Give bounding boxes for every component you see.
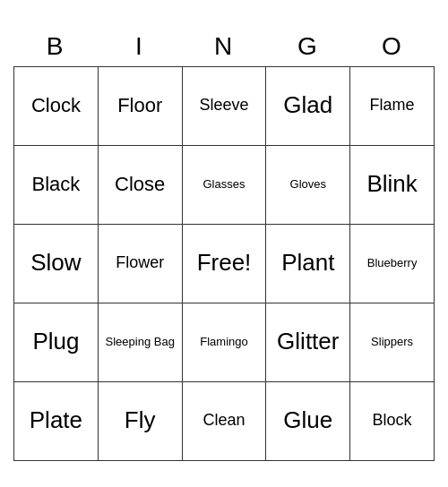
bingo-cell-r2-c3: Plant xyxy=(266,225,350,303)
bingo-grid: ClockFloorSleeveGladFlameBlackCloseGlass… xyxy=(13,66,435,461)
bingo-cell-text-r0-c2: Sleeve xyxy=(199,96,248,115)
bingo-cell-r3-c1: Sleeping Bag xyxy=(99,303,183,382)
bingo-cell-r0-c4: Flame xyxy=(350,67,435,146)
bingo-cell-text-r2-c2: Free! xyxy=(197,249,252,277)
bingo-card: BINGO ClockFloorSleeveGladFlameBlackClos… xyxy=(13,27,435,461)
bingo-cell-r4-c1: Fly xyxy=(99,382,183,461)
bingo-cell-text-r1-c3: Gloves xyxy=(290,177,326,192)
bingo-cell-text-r3-c1: Sleeping Bag xyxy=(106,335,175,349)
bingo-cell-text-r4-c4: Block xyxy=(373,411,412,431)
bingo-cell-r3-c2: Flamingo xyxy=(183,303,267,382)
bingo-cell-text-r2-c4: Blueberry xyxy=(367,256,418,270)
header-letter-i: I xyxy=(98,27,182,66)
bingo-cell-r1-c3: Gloves xyxy=(266,146,350,225)
bingo-cell-r2-c2: Free! xyxy=(183,225,267,303)
bingo-cell-text-r4-c3: Glue xyxy=(283,406,332,434)
bingo-cell-text-r1-c1: Close xyxy=(115,173,165,196)
bingo-cell-text-r2-c3: Plant xyxy=(281,249,334,277)
bingo-cell-r3-c3: Glitter xyxy=(266,303,350,382)
bingo-cell-text-r0-c3: Glad xyxy=(283,91,332,119)
bingo-cell-text-r0-c0: Clock xyxy=(31,94,81,117)
bingo-cell-text-r1-c4: Blink xyxy=(366,170,417,198)
bingo-cell-r2-c4: Blueberry xyxy=(350,225,435,303)
bingo-cell-text-r0-c4: Flame xyxy=(370,96,415,115)
bingo-cell-text-r4-c1: Fly xyxy=(125,406,156,434)
bingo-cell-text-r3-c3: Glitter xyxy=(277,328,339,355)
bingo-cell-text-r1-c0: Black xyxy=(32,173,81,196)
bingo-cell-r0-c0: Clock xyxy=(14,67,99,146)
bingo-cell-text-r3-c0: Plug xyxy=(32,328,79,355)
header-letter-n: N xyxy=(182,27,266,66)
bingo-cell-text-r2-c0: Slow xyxy=(30,249,81,277)
bingo-cell-text-r1-c2: Glasses xyxy=(203,177,246,192)
bingo-cell-r1-c1: Close xyxy=(99,146,183,225)
bingo-cell-r1-c2: Glasses xyxy=(183,146,267,225)
bingo-cell-text-r4-c2: Clean xyxy=(202,411,245,431)
bingo-cell-r1-c0: Black xyxy=(14,146,99,225)
bingo-cell-r4-c0: Plate xyxy=(14,382,99,461)
bingo-cell-r0-c1: Floor xyxy=(99,67,183,146)
bingo-cell-r4-c3: Glue xyxy=(266,382,350,461)
bingo-cell-r0-c3: Glad xyxy=(266,67,350,146)
header-letter-g: G xyxy=(266,27,350,66)
bingo-cell-r2-c0: Slow xyxy=(14,225,99,303)
bingo-cell-r2-c1: Flower xyxy=(99,225,183,303)
bingo-cell-text-r2-c1: Flower xyxy=(116,253,164,273)
bingo-cell-text-r3-c4: Slippers xyxy=(371,335,413,349)
bingo-cell-text-r3-c2: Flamingo xyxy=(200,335,247,349)
bingo-cell-text-r0-c1: Floor xyxy=(117,94,162,117)
bingo-cell-r4-c4: Block xyxy=(350,382,435,461)
bingo-cell-r0-c2: Sleeve xyxy=(183,67,267,146)
header-letter-o: O xyxy=(350,27,435,66)
header-letter-b: B xyxy=(13,27,98,66)
bingo-cell-text-r4-c0: Plate xyxy=(30,406,82,434)
bingo-cell-r1-c4: Blink xyxy=(350,146,435,225)
bingo-header: BINGO xyxy=(13,27,435,66)
bingo-cell-r3-c4: Slippers xyxy=(350,303,435,382)
bingo-cell-r3-c0: Plug xyxy=(14,303,99,382)
bingo-cell-r4-c2: Clean xyxy=(183,382,267,461)
